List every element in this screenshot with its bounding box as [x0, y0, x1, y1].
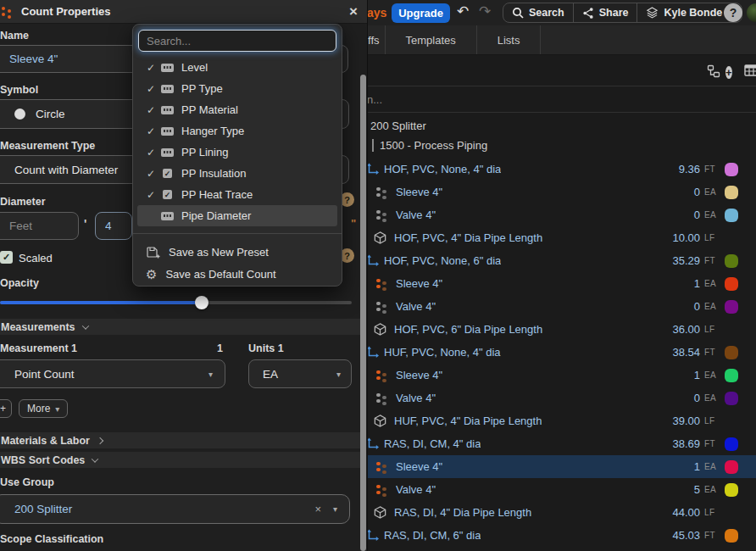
takeoff-item-row[interactable]: HOF, PVC, 6" Dia Pipe Length 36.00 LF	[367, 318, 756, 341]
item-label: Valve 4"	[396, 209, 436, 221]
takeoff-item-row[interactable]: Sleeve 4" 1 EA	[367, 272, 756, 295]
item-color-swatch[interactable]	[725, 163, 738, 176]
check-icon: ✓	[147, 189, 161, 201]
item-color-swatch[interactable]	[725, 483, 738, 497]
takeoff-item-row[interactable]: Valve 4" 0 EA	[367, 295, 756, 318]
item-color-swatch[interactable]	[725, 300, 738, 314]
takeoff-item-row[interactable]: Sleeve 4" 1 EA	[367, 455, 756, 478]
clear-icon[interactable]: ×	[314, 503, 321, 515]
takeoff-item-row[interactable]: Sleeve 4" 1 EA	[367, 364, 756, 387]
item-color-swatch[interactable]	[725, 529, 738, 543]
takeoff-item-row[interactable]: HOF, PVC, None, 4" dia 9.36 FT	[367, 158, 756, 181]
item-label: Sleeve 4"	[396, 277, 442, 290]
takeoff-item-row[interactable]: RAS, DI, CM, 6" dia 45.03 FT	[367, 524, 756, 547]
scaled-checkbox[interactable]	[0, 251, 13, 264]
item-color-swatch[interactable]	[725, 437, 738, 451]
takeoff-item-row[interactable]: Valve 4" 0 EA	[367, 203, 756, 226]
undo-icon[interactable]: ↶	[457, 3, 469, 20]
add-item-icon[interactable]: +	[725, 64, 732, 80]
dialog-scrollbar[interactable]	[360, 75, 366, 551]
units1-select[interactable]: EA ▾	[248, 359, 352, 388]
takeoff-item-row[interactable]: Sleeve 4" 0 EA	[367, 181, 756, 203]
help-button[interactable]: ?	[724, 3, 742, 22]
use-group-select[interactable]: 200 Splitter × ▾	[0, 494, 350, 524]
user-avatar[interactable]	[747, 3, 756, 22]
save-as-new-preset[interactable]: Save as New Preset	[133, 241, 342, 263]
measurements-section-header[interactable]: Measurements	[0, 319, 360, 335]
menu-item[interactable]: Pipe Diameter	[137, 205, 337, 226]
item-value: 0	[694, 300, 700, 313]
wbs-sort-codes-section-header[interactable]: WBS Sort Codes	[0, 452, 360, 468]
takeoff-item-row[interactable]: Valve 4" 5 EA	[367, 478, 756, 501]
item-color-swatch[interactable]	[725, 186, 738, 199]
menu-item[interactable]: ✓ PP Type	[137, 78, 337, 99]
menu-item[interactable]: ✓ Level	[137, 57, 337, 78]
menu-item[interactable]: ✓ Hanger Type	[137, 120, 337, 142]
materials-labor-section-header[interactable]: Materials & Labor	[0, 432, 360, 448]
add-measurement-button[interactable]: +	[0, 399, 12, 418]
group-row[interactable]: 200 Splitter	[367, 113, 756, 132]
checkbox-field-icon	[163, 169, 172, 178]
item-color-swatch[interactable]	[725, 209, 738, 222]
takeoff-item-row[interactable]: Valve 4" 0 EA	[367, 387, 756, 409]
slider-thumb[interactable]	[195, 296, 208, 309]
item-color-swatch[interactable]	[725, 392, 738, 405]
save-as-default-count[interactable]: ⚙ Save as Default Count	[133, 263, 342, 285]
menu-item[interactable]: ✓ PP Lining	[137, 142, 337, 163]
table-view-icon[interactable]	[744, 64, 756, 76]
item-color-swatch[interactable]	[725, 460, 738, 474]
use-group-value: 200 Splitter	[14, 503, 72, 515]
gear-icon: ⚙	[146, 268, 157, 281]
close-icon[interactable]: ×	[349, 3, 358, 20]
item-unit: LF	[704, 233, 717, 242]
takeoff-item-row[interactable]: HOF, PVC, None, 6" dia 35.29 FT	[367, 249, 756, 272]
chevron-down-icon[interactable]: ▾	[333, 504, 337, 514]
search-button[interactable]: Search	[503, 3, 573, 22]
check-icon: ✓	[147, 147, 161, 159]
search-label: Search	[529, 7, 564, 19]
tab-templates[interactable]: Templates	[385, 25, 476, 54]
diameter-inches-input[interactable]	[95, 212, 132, 240]
item-color-swatch[interactable]	[725, 277, 738, 291]
panel-search-row[interactable]: n...	[367, 86, 756, 113]
check-icon: ✓	[147, 62, 161, 74]
more-button[interactable]: More ▾	[19, 399, 68, 418]
menu-item[interactable]: ✓ PP Heat Trace	[137, 184, 337, 205]
item-unit: EA	[704, 485, 717, 494]
upgrade-button[interactable]: Upgrade	[392, 3, 450, 23]
takeoff-item-row[interactable]: HUF, PVC, 4" Dia Pipe Length 39.00 LF	[367, 409, 756, 432]
diameter-feet-input[interactable]	[0, 212, 79, 240]
redo-icon[interactable]: ↷	[479, 3, 491, 20]
item-unit: EA	[704, 393, 717, 403]
menu-search-input[interactable]	[138, 30, 336, 52]
item-value: 44.00	[672, 506, 700, 519]
measurement1-index: 1	[217, 342, 223, 354]
menu-item[interactable]: ✓ PP Material	[137, 99, 337, 120]
text-field-icon	[161, 212, 174, 220]
item-unit: FT	[704, 348, 717, 357]
measurement1-select[interactable]: Point Count ▾	[0, 359, 225, 388]
subgroup-row[interactable]: 1500 - Process Piping	[367, 132, 756, 158]
hierarchy-view-icon[interactable]	[707, 64, 720, 78]
menu-item-label: PP Lining	[181, 146, 228, 159]
takeoff-item-row[interactable]: HUF, PVC, None, 4" dia 38.54 FT	[367, 341, 756, 364]
menu-item-label: PP Insulation	[181, 167, 246, 180]
name-label: Name	[0, 30, 29, 42]
item-color-swatch[interactable]	[725, 254, 738, 268]
item-label: HUF, PVC, 4" Dia Pipe Length	[394, 415, 542, 427]
opacity-slider[interactable]	[0, 295, 352, 310]
tab-lists[interactable]: Lists	[476, 25, 542, 54]
item-color-swatch[interactable]	[725, 346, 738, 359]
takeoff-item-row[interactable]: HOF, PVC, 4" Dia Pipe Length 10.00 LF	[367, 226, 756, 249]
takeoff-item-row[interactable]: RAS, DI, CM, 4" dia 38.69 FT	[367, 432, 756, 455]
item-label: Valve 4"	[396, 483, 436, 496]
menu-item[interactable]: ✓ PP Insulation	[137, 163, 337, 184]
item-value: 38.54	[672, 346, 700, 359]
tab-takeoffs-fragment[interactable]: ffs	[367, 25, 385, 54]
menu-item-label: Pipe Diameter	[181, 209, 251, 222]
item-color-swatch[interactable]	[725, 369, 738, 382]
takeoff-item-row[interactable]: RAS, DI, 4" Dia Pipe Length 44.00 LF	[367, 501, 756, 524]
check-icon: ✓	[147, 104, 161, 116]
more-label: More	[27, 403, 50, 415]
share-button[interactable]: Share	[574, 3, 637, 22]
